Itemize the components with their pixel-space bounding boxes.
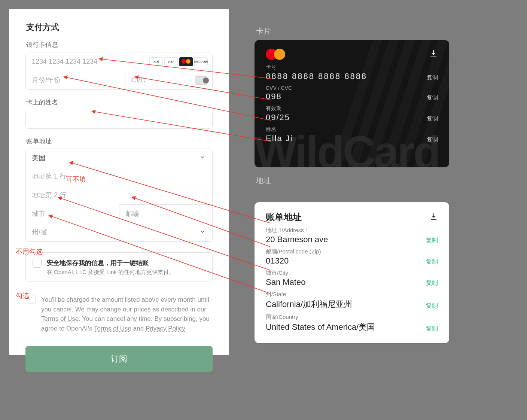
country-select[interactable]: 美国 bbox=[26, 149, 212, 167]
address-line-1-input[interactable] bbox=[26, 167, 212, 186]
card-section-label: 卡片 bbox=[256, 26, 449, 36]
card-number-row: JCB VISA DISCOVER bbox=[26, 52, 212, 71]
card-expiry-value: 09/25 bbox=[266, 113, 290, 122]
privacy-policy-link[interactable]: Privacy Policy bbox=[146, 325, 185, 332]
download-icon[interactable] bbox=[430, 212, 438, 222]
country-label: 国家/Country bbox=[266, 314, 375, 321]
billing-address-group: 美国 bbox=[25, 149, 213, 242]
annotation-no-check: 不用勾选 bbox=[16, 247, 43, 256]
state-label: 州/State bbox=[266, 291, 352, 298]
city-input[interactable] bbox=[26, 204, 119, 223]
copy-state-button[interactable]: 复制 bbox=[426, 302, 438, 310]
card-expiry-label: 有效期 bbox=[266, 105, 290, 112]
card-cvv-label: CVV / CVC bbox=[266, 85, 292, 91]
address-line-2-input[interactable] bbox=[26, 186, 212, 204]
card-name-label: 姓名 bbox=[266, 126, 293, 133]
address-1-label: 地址 1/Address 1 bbox=[266, 227, 328, 234]
state-input[interactable] bbox=[26, 223, 212, 241]
card-cvv-value: 098 bbox=[266, 92, 292, 101]
copy-name-button[interactable]: 复制 bbox=[427, 136, 438, 143]
save-info-subtitle: 在 OpenAI, LLC 及接受 Link 的任何地方更快支付。 bbox=[47, 269, 174, 276]
state-value: California/加利福尼亚州 bbox=[266, 299, 352, 310]
copy-card-number-button[interactable]: 复制 bbox=[427, 74, 438, 81]
country-value: United States of America/美国 bbox=[266, 322, 375, 333]
name-on-card-label: 卡上的姓名 bbox=[26, 98, 213, 107]
city-value: San Mateo bbox=[266, 277, 305, 287]
copy-address-1-button[interactable]: 复制 bbox=[426, 237, 438, 244]
terms-of-use-link-2[interactable]: Terms of Use bbox=[94, 325, 131, 332]
jcb-icon: JCB bbox=[149, 57, 163, 66]
subscribe-button[interactable]: 订阅 bbox=[25, 346, 213, 372]
zip-label: 邮编/Postal code (Zip) bbox=[266, 248, 321, 255]
mastercard-icon bbox=[179, 57, 193, 66]
discover-icon: DISCOVER bbox=[194, 57, 208, 66]
card-number-value: 8888 8888 8888 8888 bbox=[266, 71, 367, 81]
save-info-checkbox[interactable] bbox=[33, 259, 42, 268]
payment-method-title: 支付方式 bbox=[26, 22, 213, 33]
right-column: 卡片 WildCard 卡号 8888 8888 8888 8888 复制 bbox=[255, 26, 449, 343]
terms-text: You'll be charged the amount listed abov… bbox=[41, 295, 211, 333]
city-label: 城市/City bbox=[266, 270, 305, 277]
save-info-title: 安全地保存我的信息，用于一键结账 bbox=[47, 259, 174, 267]
card-name-value: Ella Ji bbox=[266, 134, 293, 143]
annotation-check: 勾选 bbox=[16, 291, 29, 300]
copy-city-button[interactable]: 复制 bbox=[426, 279, 438, 287]
copy-cvv-button[interactable]: 复制 bbox=[427, 94, 438, 101]
payment-form-panel: 支付方式 银行卡信息 JCB VISA DISCOVER 123 卡上的姓名 账… bbox=[9, 9, 229, 355]
country-select-wrap: 美国 bbox=[26, 149, 212, 167]
billing-address-card: 账单地址 地址 1/Address 120 Barneson ave 复制 邮编… bbox=[255, 202, 449, 343]
download-icon[interactable] bbox=[429, 49, 438, 60]
card-info-label: 银行卡信息 bbox=[26, 40, 213, 49]
mastercard-icon bbox=[266, 48, 285, 60]
zip-input[interactable] bbox=[119, 204, 213, 223]
expiry-input[interactable] bbox=[26, 71, 125, 89]
billing-address-label: 账单地址 bbox=[26, 137, 213, 146]
card-input-group: JCB VISA DISCOVER 123 bbox=[25, 52, 213, 90]
billing-address-title: 账单地址 bbox=[266, 211, 302, 223]
card-number-label: 卡号 bbox=[266, 64, 367, 71]
copy-expiry-button[interactable]: 复制 bbox=[427, 115, 438, 122]
copy-country-button[interactable]: 复制 bbox=[426, 325, 438, 333]
card-brand-icons: JCB VISA DISCOVER bbox=[149, 57, 208, 66]
expiry-cvc-row: 123 bbox=[26, 71, 212, 89]
virtual-card: WildCard 卡号 8888 8888 8888 8888 复制 CVV /… bbox=[255, 40, 449, 167]
copy-zip-button[interactable]: 复制 bbox=[426, 258, 438, 266]
terms-of-use-link-1[interactable]: Terms of Use bbox=[41, 315, 79, 322]
address-section-label: 地址 bbox=[256, 176, 449, 186]
annotation-optional: 可不填 bbox=[66, 175, 86, 184]
save-info-box[interactable]: 安全地保存我的信息，用于一键结账 在 OpenAI, LLC 及接受 Link … bbox=[25, 252, 213, 281]
address-1-value: 20 Barneson ave bbox=[266, 235, 328, 244]
zip-value: 01320 bbox=[266, 256, 321, 266]
visa-icon: VISA bbox=[164, 57, 178, 66]
name-on-card-wrap bbox=[25, 110, 213, 129]
name-on-card-input[interactable] bbox=[26, 110, 212, 128]
terms-box: You'll be charged the amount listed abov… bbox=[25, 295, 213, 333]
cvc-icon: 123 bbox=[195, 76, 207, 85]
